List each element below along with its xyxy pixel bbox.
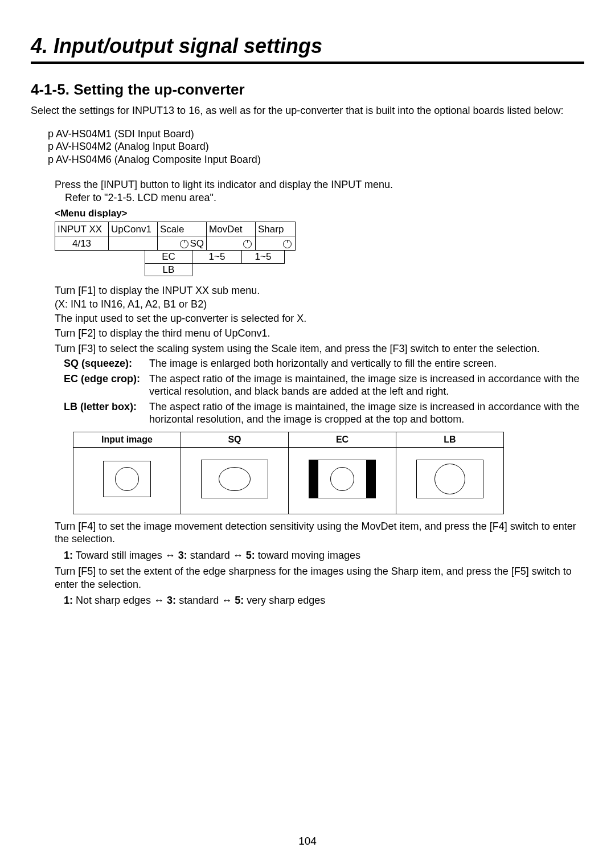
rotary-icon: [180, 240, 188, 248]
diagram-cell-ec: [289, 447, 396, 514]
menu-cell: [256, 236, 296, 251]
movdet-scale: 1: Toward still images ↔ 3: standard ↔ 5…: [64, 549, 584, 562]
list-item: p AV-HS04M1 (SDI Input Board): [48, 128, 584, 141]
menu-cell: [109, 236, 158, 251]
diagram-header: LB: [396, 432, 504, 447]
frame-ec: [309, 460, 376, 498]
intro-paragraph: Select the settings for INPUT13 to 16, a…: [31, 104, 584, 117]
diagram-cell-lb: [396, 447, 504, 514]
scale-value: Not sharp edges ↔: [73, 595, 167, 606]
diagram-header: SQ: [181, 432, 289, 447]
turn-f1-line1: Turn [F1] to display the INPUT XX sub me…: [55, 284, 584, 297]
page-number: 104: [0, 835, 615, 847]
definition-desc: The image is enlarged both horizontally …: [149, 357, 584, 370]
chapter-title: 4. Input/output signal settings: [31, 34, 584, 64]
frame-input: [103, 461, 151, 497]
turn-f5: Turn [F5] to set the extent of the edge …: [55, 565, 584, 591]
circle-icon: [434, 464, 465, 494]
menu-cell: UpConv1: [109, 222, 158, 236]
definition-row-lb: LB (letter box): The aspect ratio of the…: [64, 400, 584, 426]
definition-row-ec: EC (edge crop): The aspect ratio of the …: [64, 372, 584, 398]
definition-desc: The aspect ratio of the image is maintai…: [149, 372, 584, 398]
scale-value: very sharp edges: [244, 595, 325, 606]
rotary-icon: [283, 240, 292, 248]
turn-f4: Turn [F4] to set the image movement dete…: [55, 520, 584, 546]
scale-key: 1:: [64, 595, 73, 606]
definition-term: LB (letter box):: [64, 400, 149, 426]
menu-cell: INPUT XX: [55, 222, 109, 236]
definition-term: EC (edge crop):: [64, 372, 149, 398]
rotary-icon: [243, 240, 252, 248]
scale-key: 3:: [167, 595, 176, 606]
ellipse-icon: [219, 467, 251, 491]
scale-key: 3:: [178, 550, 187, 561]
option-cell: LB: [145, 263, 192, 276]
turn-f2: Turn [F2] to display the third menu of U…: [55, 327, 584, 340]
frame-sq: [201, 460, 268, 498]
option-cell-empty: [242, 263, 285, 276]
scale-value: Toward still images ↔: [73, 550, 178, 561]
menu-cell: [207, 236, 256, 251]
step-refer: Refer to "2-1-5. LCD menu area".: [65, 191, 584, 204]
list-item: p AV-HS04M2 (Analog Input Board): [48, 140, 584, 153]
turn-f1-line2: (X: IN1 to IN16, A1, A2, B1 or B2): [55, 298, 584, 311]
menu-cell: SQ: [158, 236, 207, 251]
step-line: Press the [INPUT] button to light its in…: [55, 178, 584, 191]
diagram-cell-sq: [181, 447, 289, 514]
diagram-cell-input: [73, 447, 181, 514]
definition-term: SQ (squeeze):: [64, 357, 149, 370]
menu-display-label: <Menu display>: [55, 207, 584, 219]
section-title: 4-1-5. Setting the up-converter: [31, 81, 584, 99]
diagram-header: Input image: [73, 432, 181, 447]
option-cell-empty: [192, 263, 242, 276]
option-cell: 1~5: [192, 251, 242, 263]
menu-display-table: INPUT XX UpConv1 Scale MovDet Sharp 4/13…: [55, 222, 296, 251]
page-root: 4. Input/output signal settings 4-1-5. S…: [0, 0, 615, 868]
diagram-header: EC: [289, 432, 396, 447]
turn-f1-line3: The input used to set the up-converter i…: [55, 312, 584, 325]
aspect-diagram-table: Input image SQ EC LB: [73, 432, 504, 514]
scale-key: 1:: [64, 550, 73, 561]
circle-icon: [115, 467, 139, 491]
option-cell: 1~5: [242, 251, 285, 263]
sharp-scale: 1: Not sharp edges ↔ 3: standard ↔ 5: ve…: [64, 594, 584, 607]
menu-options-table: EC 1~5 1~5 LB: [145, 250, 285, 276]
definition-desc: The aspect ratio of the image is maintai…: [149, 400, 584, 426]
scale-value: toward moving images: [255, 550, 360, 561]
menu-cell: Sharp: [256, 222, 296, 236]
option-cell: EC: [145, 251, 192, 263]
definition-row-sq: SQ (squeeze): The image is enlarged both…: [64, 357, 584, 370]
turn-f3: Turn [F3] to select the scaling system u…: [55, 342, 584, 355]
menu-value: SQ: [190, 238, 204, 249]
scale-key: 5:: [246, 550, 255, 561]
menu-cell: Scale: [158, 222, 207, 236]
list-item: p AV-HS04M6 (Analog Composite Input Boar…: [48, 153, 584, 166]
circle-icon: [330, 467, 354, 491]
menu-cell: 4/13: [55, 236, 109, 251]
scale-key: 5:: [235, 595, 244, 606]
scale-value: standard ↔: [187, 550, 246, 561]
board-list: p AV-HS04M1 (SDI Input Board) p AV-HS04M…: [48, 128, 584, 166]
scale-value: standard ↔: [176, 595, 235, 606]
frame-lb: [416, 460, 483, 498]
menu-cell: MovDet: [207, 222, 256, 236]
